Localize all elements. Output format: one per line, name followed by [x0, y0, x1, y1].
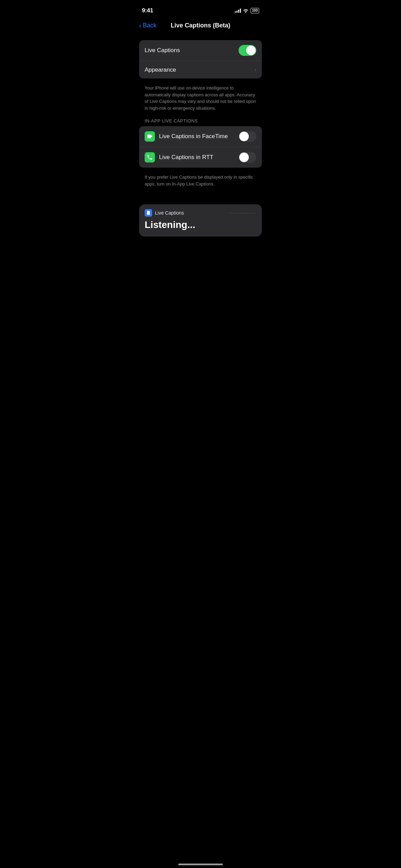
status-time: 9:41 [142, 7, 153, 14]
live-captions-label: Live Captions [145, 47, 180, 54]
status-icons: 100 [235, 8, 259, 13]
rtt-row-left: Live Captions in RTT [145, 152, 213, 162]
facetime-toggle-knob [239, 132, 249, 141]
widget-phone-icon [146, 210, 151, 215]
page-title: Live Captions (Beta) [171, 22, 230, 29]
status-bar: 9:41 100 [134, 0, 267, 16]
widget-listening-text: Listening... [145, 219, 256, 230]
toggle-knob [246, 46, 256, 55]
facetime-icon [147, 133, 153, 140]
main-description: Your iPhone will use on-device intellige… [139, 82, 262, 118]
phone-icon [147, 154, 153, 160]
back-label: Back [143, 22, 157, 29]
settings-content: Live Captions Appearance › Your iPhone w… [134, 33, 267, 254]
widget-dots: ··············· [229, 210, 256, 215]
widget-header-left: Live Captions [145, 209, 184, 217]
live-captions-toggle[interactable] [239, 45, 256, 56]
in-app-section-header: IN-APP LIVE CAPTIONS [139, 118, 262, 126]
appearance-label: Appearance [145, 67, 176, 73]
main-settings-group: Live Captions Appearance › [139, 40, 262, 79]
navigation-bar: ‹ Back Live Captions (Beta) [134, 18, 267, 33]
live-captions-widget: Live Captions ··············· Listening.… [139, 204, 262, 237]
live-captions-toggle-row: Live Captions [139, 40, 262, 61]
appearance-chevron-icon: › [255, 67, 256, 73]
signal-bars-icon [235, 9, 241, 13]
rtt-captions-toggle[interactable] [239, 152, 256, 163]
in-app-settings-group: Live Captions in FaceTime Live Captions … [139, 126, 262, 168]
back-chevron-icon: ‹ [139, 22, 142, 29]
widget-header: Live Captions ··············· [145, 209, 256, 217]
facetime-app-icon [145, 131, 155, 142]
back-button[interactable]: ‹ Back [139, 22, 157, 29]
widget-title: Live Captions [155, 210, 184, 216]
rtt-toggle-knob [239, 153, 249, 162]
facetime-captions-label: Live Captions in FaceTime [159, 133, 228, 140]
facetime-captions-toggle[interactable] [239, 131, 256, 142]
facetime-row-left: Live Captions in FaceTime [145, 131, 228, 142]
phone-app-icon [145, 152, 155, 162]
rtt-captions-label: Live Captions in RTT [159, 154, 213, 161]
appearance-row[interactable]: Appearance › [139, 61, 262, 79]
facetime-captions-row: Live Captions in FaceTime [139, 126, 262, 147]
wifi-icon [243, 9, 248, 13]
rtt-captions-row: Live Captions in RTT [139, 147, 262, 168]
widget-app-icon [145, 209, 152, 217]
battery-icon: 100 [251, 8, 259, 13]
in-app-description: If you prefer Live Captions be displayed… [139, 171, 262, 194]
